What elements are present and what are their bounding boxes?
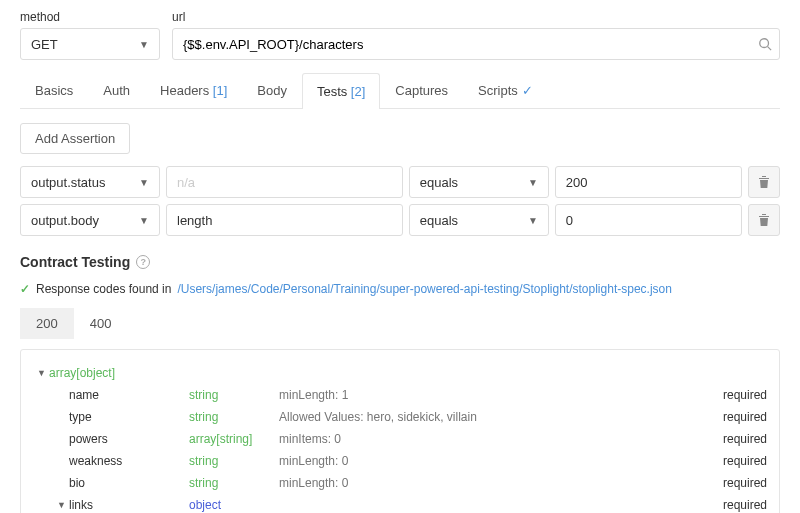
svg-point-0 xyxy=(760,39,769,48)
schema-prop-required: required xyxy=(723,454,767,468)
caret-down-icon[interactable]: ▼ xyxy=(57,500,69,510)
spec-path-link[interactable]: /Users/james/Code/Personal/Training/supe… xyxy=(177,282,671,296)
delete-assertion-button[interactable] xyxy=(748,204,780,236)
schema-prop-name: weakness xyxy=(69,454,189,468)
tab-tests[interactable]: Tests [2] xyxy=(302,73,380,109)
schema-prop-constraint: Allowed Values: hero, sidekick, villain xyxy=(279,410,723,424)
assertion-value-input[interactable]: 200 xyxy=(555,166,742,198)
assertion-value-input[interactable]: 0 xyxy=(555,204,742,236)
tab-scripts[interactable]: Scripts✓ xyxy=(463,72,548,108)
add-assertion-button[interactable]: Add Assertion xyxy=(20,123,130,154)
assertion-operator-select[interactable]: equals▼ xyxy=(409,204,549,236)
tab-captures[interactable]: Captures xyxy=(380,72,463,108)
schema-panel: ▼ array[object] namestringminLength: 1re… xyxy=(20,349,780,513)
schema-property-row: weaknessstringminLength: 0required xyxy=(33,450,767,472)
schema-prop-type: string xyxy=(189,476,279,490)
check-icon: ✓ xyxy=(522,83,533,98)
assertion-property-input[interactable]: n/a xyxy=(166,166,403,198)
schema-prop-name: links xyxy=(69,498,189,512)
schema-property-row: typestringAllowed Values: hero, sidekick… xyxy=(33,406,767,428)
schema-prop-required: required xyxy=(723,432,767,446)
assertion-row: output.status▼n/aequals▼200 xyxy=(20,166,780,198)
tab-bar: BasicsAuthHeaders [1]BodyTests [2]Captur… xyxy=(20,72,780,109)
method-value: GET xyxy=(31,37,58,52)
schema-prop-type: string xyxy=(189,454,279,468)
schema-prop-required: required xyxy=(723,476,767,490)
schema-prop-required: required xyxy=(723,410,767,424)
caret-down-icon: ▼ xyxy=(139,215,149,226)
assertion-operator-select[interactable]: equals▼ xyxy=(409,166,549,198)
url-input[interactable] xyxy=(172,28,780,60)
schema-prop-constraint: minLength: 0 xyxy=(279,454,723,468)
method-label: method xyxy=(20,10,160,24)
schema-prop-name: powers xyxy=(69,432,189,446)
tab-body[interactable]: Body xyxy=(242,72,302,108)
response-code-tab-400[interactable]: 400 xyxy=(74,308,128,339)
schema-prop-constraint: minItems: 0 xyxy=(279,432,723,446)
tab-auth[interactable]: Auth xyxy=(88,72,145,108)
url-label: url xyxy=(172,10,780,24)
caret-down-icon: ▼ xyxy=(139,177,149,188)
response-code-tabs: 200400 xyxy=(20,308,780,339)
status-text: Response codes found in xyxy=(36,282,171,296)
tab-headers[interactable]: Headers [1] xyxy=(145,72,242,108)
schema-prop-type: array[string] xyxy=(189,432,279,446)
schema-prop-required: required xyxy=(723,498,767,512)
caret-down-icon: ▼ xyxy=(528,215,538,226)
schema-prop-constraint: minLength: 1 xyxy=(279,388,723,402)
help-icon[interactable]: ? xyxy=(136,255,150,269)
tab-basics[interactable]: Basics xyxy=(20,72,88,108)
schema-prop-name: name xyxy=(69,388,189,402)
schema-property-row: biostringminLength: 0required xyxy=(33,472,767,494)
svg-line-1 xyxy=(768,47,772,51)
caret-down-icon: ▼ xyxy=(528,177,538,188)
schema-prop-type: object xyxy=(189,498,279,512)
schema-prop-name: bio xyxy=(69,476,189,490)
check-icon: ✓ xyxy=(20,282,30,296)
schema-prop-type: string xyxy=(189,388,279,402)
assertion-row: output.body▼lengthequals▼0 xyxy=(20,204,780,236)
search-icon[interactable] xyxy=(758,37,772,51)
assertion-property-input[interactable]: length xyxy=(166,204,403,236)
assertion-target-select[interactable]: output.status▼ xyxy=(20,166,160,198)
contract-testing-title: Contract Testing xyxy=(20,254,130,270)
delete-assertion-button[interactable] xyxy=(748,166,780,198)
tab-badge: [2] xyxy=(347,84,365,99)
schema-prop-name: type xyxy=(69,410,189,424)
schema-prop-constraint: minLength: 0 xyxy=(279,476,723,490)
assertion-target-select[interactable]: output.body▼ xyxy=(20,204,160,236)
response-code-tab-200[interactable]: 200 xyxy=(20,308,74,339)
method-select[interactable]: GET ▼ xyxy=(20,28,160,60)
tab-badge: [1] xyxy=(209,83,227,98)
schema-property-row: powersarray[string]minItems: 0required xyxy=(33,428,767,450)
caret-down-icon: ▼ xyxy=(139,39,149,50)
schema-property-row: ▼linksobjectrequired xyxy=(33,494,767,513)
schema-prop-required: required xyxy=(723,388,767,402)
schema-property-row: namestringminLength: 1required xyxy=(33,384,767,406)
schema-prop-type: string xyxy=(189,410,279,424)
schema-root-type: array[object] xyxy=(49,366,115,380)
caret-down-icon[interactable]: ▼ xyxy=(37,368,49,378)
